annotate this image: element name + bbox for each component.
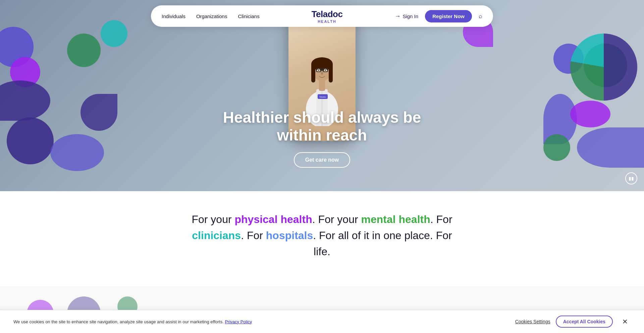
tagline-end1: . For	[430, 213, 452, 225]
svg-point-14	[325, 69, 326, 71]
navbar: Individuals Organizations Clinicians Tel…	[151, 5, 493, 27]
close-icon: ✕	[622, 318, 628, 320]
cookies-settings-button[interactable]: Cookies Settings	[515, 319, 550, 320]
svg-point-15	[321, 72, 323, 75]
sign-in-label: Sign In	[402, 13, 418, 19]
cookie-message-text: We use cookies on the site to enhance si…	[13, 319, 224, 320]
search-icon: ⌕	[479, 13, 482, 19]
logo-health-text: HEALTH	[318, 19, 336, 23]
mental-health-text: mental health	[361, 213, 430, 225]
register-now-button[interactable]: Register Now	[425, 10, 472, 22]
svg-rect-6	[311, 62, 315, 82]
logo-teladoc-text: Teladoc	[312, 9, 343, 19]
cookie-message: We use cookies on the site to enhance si…	[13, 319, 508, 320]
nav-link-organizations[interactable]: Organizations	[196, 13, 227, 19]
nav-link-clinicians[interactable]: Clinicians	[238, 13, 259, 19]
hero-title: Healthier should always be within reach	[205, 109, 439, 144]
sign-in-icon: →	[394, 13, 400, 20]
tagline-section: For your physical health. For your menta…	[0, 191, 644, 286]
clinicians-text: clinicians	[192, 229, 241, 241]
pause-icon: ▮▮	[629, 176, 634, 181]
cookie-close-button[interactable]: ✕	[620, 316, 631, 320]
cookie-banner: We use cookies on the site to enhance si…	[0, 310, 644, 320]
hero-text-block: Healthier should always be within reach …	[205, 109, 439, 168]
hospitals-text: hospitals	[266, 229, 313, 241]
accept-all-cookies-button[interactable]: Accept All Cookies	[556, 316, 613, 320]
nav-link-individuals[interactable]: Individuals	[162, 13, 185, 19]
physical-health-text: physical health	[234, 213, 312, 225]
nav-right: → Sign In Register Now ⌕	[394, 10, 482, 22]
get-care-now-button[interactable]: Get care now	[294, 152, 350, 168]
tagline-mid1: . For your	[312, 213, 361, 225]
tagline-for-hospitals: . For	[241, 229, 266, 241]
hero-section: Teladoc Healthier should always be withi…	[0, 0, 644, 191]
tagline-text: For your physical health. For your menta…	[188, 211, 456, 260]
privacy-policy-link[interactable]: Privacy Policy	[225, 319, 252, 320]
search-button[interactable]: ⌕	[479, 13, 482, 20]
tagline-for-your: For your	[192, 213, 234, 225]
nav-logo[interactable]: Teladoc HEALTH	[312, 9, 343, 23]
svg-point-13	[318, 69, 319, 71]
tagline-end2: . For all of it in one place. For life.	[313, 229, 452, 258]
svg-rect-7	[329, 62, 333, 82]
cookie-actions: Cookies Settings Accept All Cookies	[515, 316, 613, 320]
svg-text:Teladoc: Teladoc	[319, 96, 326, 98]
nav-links-left: Individuals Organizations Clinicians	[162, 13, 260, 19]
sign-in-button[interactable]: → Sign In	[394, 13, 418, 20]
pause-video-button[interactable]: ▮▮	[625, 172, 637, 184]
